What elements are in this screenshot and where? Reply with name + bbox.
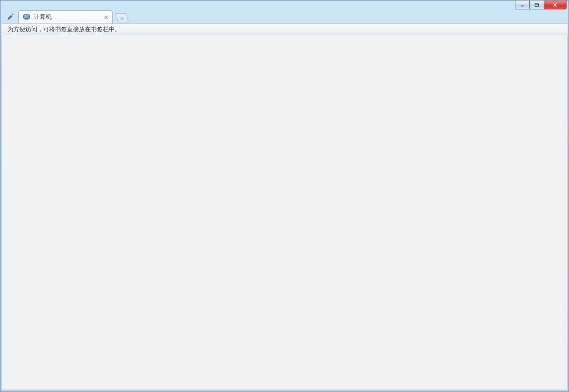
tab-title: 计算机 — [34, 13, 52, 21]
new-tab-button[interactable]: + — [115, 13, 129, 22]
wrench-icon — [7, 13, 15, 21]
computer-icon — [23, 13, 31, 21]
minimize-button[interactable] — [515, 0, 530, 9]
content-area — [1, 35, 568, 390]
tab-computer[interactable]: 计算机 — [18, 10, 113, 23]
bookmark-bar-message: 为方便访问，可将书签直接放在书签栏中。 — [7, 25, 121, 34]
maximize-button[interactable] — [529, 0, 544, 9]
bookmark-bar: 为方便访问，可将书签直接放在书签栏中。 — [1, 23, 568, 35]
plus-icon: + — [120, 15, 124, 21]
wrench-menu-button[interactable] — [6, 12, 15, 21]
titlebar: 计算机 + — [0, 0, 569, 23]
svg-rect-6 — [24, 15, 29, 18]
close-icon — [552, 2, 558, 7]
svg-rect-7 — [25, 19, 28, 20]
window-controls — [515, 0, 567, 9]
close-icon — [104, 15, 109, 20]
tab-close-button[interactable] — [103, 14, 110, 21]
tab-strip: 计算机 + — [18, 9, 127, 23]
maximize-icon — [534, 2, 539, 7]
close-button[interactable] — [544, 0, 567, 9]
minimize-icon — [520, 2, 525, 7]
browser-window: 计算机 + 为方便访问，可将书签直接放在书签栏中。 — [0, 0, 569, 392]
svg-rect-8 — [25, 19, 29, 20]
